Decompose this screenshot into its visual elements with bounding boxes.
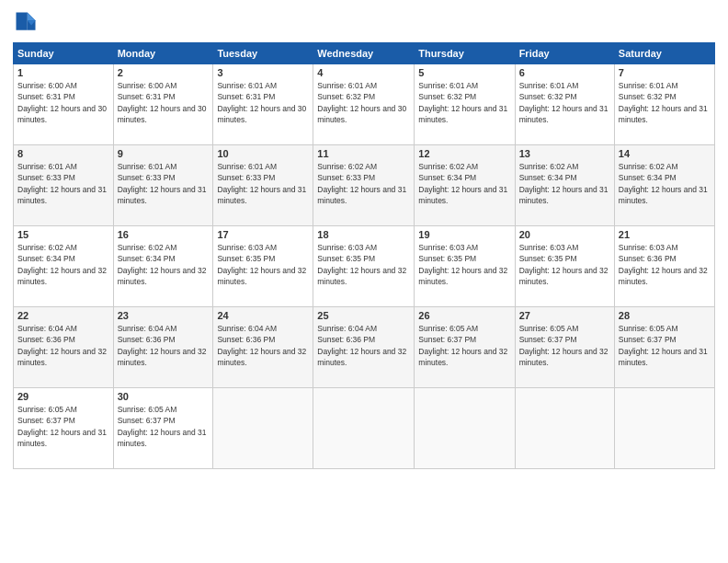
- table-row: 19 Sunrise: 6:03 AMSunset: 6:35 PMDaylig…: [415, 226, 515, 307]
- table-row: 7 Sunrise: 6:01 AMSunset: 6:32 PMDayligh…: [614, 64, 714, 145]
- day-info: Sunrise: 6:05 AMSunset: 6:37 PMDaylight:…: [17, 405, 107, 448]
- col-sunday: Sunday: [14, 43, 114, 64]
- logo: [13, 9, 42, 35]
- page-header: [13, 9, 715, 35]
- col-monday: Monday: [113, 43, 213, 64]
- svg-marker-1: [28, 13, 36, 21]
- day-info: Sunrise: 6:05 AMSunset: 6:37 PMDaylight:…: [519, 324, 609, 367]
- table-row: 13 Sunrise: 6:02 AMSunset: 6:34 PMDaylig…: [515, 145, 614, 226]
- table-row: 25 Sunrise: 6:04 AMSunset: 6:36 PMDaylig…: [313, 307, 415, 388]
- day-info: Sunrise: 6:00 AMSunset: 6:31 PMDaylight:…: [118, 81, 207, 124]
- day-info: Sunrise: 6:00 AMSunset: 6:31 PMDaylight:…: [17, 81, 107, 124]
- day-info: Sunrise: 6:03 AMSunset: 6:36 PMDaylight:…: [619, 243, 708, 286]
- table-row: 12 Sunrise: 6:02 AMSunset: 6:34 PMDaylig…: [415, 145, 515, 226]
- day-info: Sunrise: 6:01 AMSunset: 6:31 PMDaylight:…: [217, 81, 306, 124]
- day-info: Sunrise: 6:04 AMSunset: 6:36 PMDaylight:…: [317, 324, 406, 367]
- table-row: [313, 388, 415, 469]
- table-row: 9 Sunrise: 6:01 AMSunset: 6:33 PMDayligh…: [113, 145, 213, 226]
- day-number: 4: [317, 67, 410, 78]
- day-number: 17: [217, 229, 309, 240]
- day-number: 13: [519, 148, 610, 159]
- table-row: 27 Sunrise: 6:05 AMSunset: 6:37 PMDaylig…: [515, 307, 614, 388]
- day-info: Sunrise: 6:04 AMSunset: 6:36 PMDaylight:…: [17, 324, 107, 367]
- calendar-week-row: 15 Sunrise: 6:02 AMSunset: 6:34 PMDaylig…: [14, 226, 715, 307]
- svg-rect-2: [17, 13, 28, 30]
- day-info: Sunrise: 6:03 AMSunset: 6:35 PMDaylight:…: [317, 243, 406, 286]
- day-info: Sunrise: 6:01 AMSunset: 6:32 PMDaylight:…: [418, 81, 507, 124]
- day-info: Sunrise: 6:04 AMSunset: 6:36 PMDaylight:…: [118, 324, 207, 367]
- table-row: 6 Sunrise: 6:01 AMSunset: 6:32 PMDayligh…: [515, 64, 614, 145]
- table-row: 20 Sunrise: 6:03 AMSunset: 6:35 PMDaylig…: [515, 226, 614, 307]
- table-row: 5 Sunrise: 6:01 AMSunset: 6:32 PMDayligh…: [415, 64, 515, 145]
- day-number: 22: [17, 310, 109, 321]
- day-info: Sunrise: 6:02 AMSunset: 6:34 PMDaylight:…: [118, 243, 207, 286]
- table-row: 28 Sunrise: 6:05 AMSunset: 6:37 PMDaylig…: [614, 307, 714, 388]
- day-number: 7: [619, 67, 711, 78]
- day-info: Sunrise: 6:05 AMSunset: 6:37 PMDaylight:…: [418, 324, 507, 367]
- table-row: 17 Sunrise: 6:03 AMSunset: 6:35 PMDaylig…: [213, 226, 313, 307]
- day-info: Sunrise: 6:03 AMSunset: 6:35 PMDaylight:…: [519, 243, 609, 286]
- calendar-header-row: Sunday Monday Tuesday Wednesday Thursday…: [14, 43, 715, 64]
- day-number: 29: [17, 391, 109, 402]
- day-info: Sunrise: 6:01 AMSunset: 6:32 PMDaylight:…: [317, 81, 406, 124]
- day-info: Sunrise: 6:02 AMSunset: 6:34 PMDaylight:…: [17, 243, 107, 286]
- day-info: Sunrise: 6:03 AMSunset: 6:35 PMDaylight:…: [418, 243, 507, 286]
- day-number: 14: [619, 148, 711, 159]
- day-number: 27: [519, 310, 610, 321]
- day-number: 25: [317, 310, 410, 321]
- col-thursday: Thursday: [415, 43, 515, 64]
- calendar-week-row: 1 Sunrise: 6:00 AMSunset: 6:31 PMDayligh…: [14, 64, 715, 145]
- day-info: Sunrise: 6:01 AMSunset: 6:32 PMDaylight:…: [619, 81, 708, 124]
- day-number: 19: [418, 229, 510, 240]
- table-row: 26 Sunrise: 6:05 AMSunset: 6:37 PMDaylig…: [415, 307, 515, 388]
- day-number: 8: [17, 148, 109, 159]
- day-number: 2: [118, 67, 210, 78]
- col-wednesday: Wednesday: [313, 43, 415, 64]
- day-number: 20: [519, 229, 610, 240]
- table-row: 29 Sunrise: 6:05 AMSunset: 6:37 PMDaylig…: [14, 388, 114, 469]
- day-number: 28: [619, 310, 711, 321]
- day-info: Sunrise: 6:01 AMSunset: 6:33 PMDaylight:…: [118, 162, 207, 205]
- day-number: 16: [118, 229, 210, 240]
- day-number: 18: [317, 229, 410, 240]
- table-row: [213, 388, 313, 469]
- calendar-week-row: 22 Sunrise: 6:04 AMSunset: 6:36 PMDaylig…: [14, 307, 715, 388]
- table-row: [614, 388, 714, 469]
- table-row: 22 Sunrise: 6:04 AMSunset: 6:36 PMDaylig…: [14, 307, 114, 388]
- table-row: 23 Sunrise: 6:04 AMSunset: 6:36 PMDaylig…: [113, 307, 213, 388]
- col-friday: Friday: [515, 43, 614, 64]
- day-number: 26: [418, 310, 510, 321]
- col-saturday: Saturday: [614, 43, 714, 64]
- table-row: 30 Sunrise: 6:05 AMSunset: 6:37 PMDaylig…: [113, 388, 213, 469]
- calendar-week-row: 8 Sunrise: 6:01 AMSunset: 6:33 PMDayligh…: [14, 145, 715, 226]
- day-number: 30: [118, 391, 210, 402]
- day-info: Sunrise: 6:02 AMSunset: 6:34 PMDaylight:…: [519, 162, 609, 205]
- table-row: 11 Sunrise: 6:02 AMSunset: 6:33 PMDaylig…: [313, 145, 415, 226]
- day-number: 24: [217, 310, 309, 321]
- col-tuesday: Tuesday: [213, 43, 313, 64]
- table-row: 21 Sunrise: 6:03 AMSunset: 6:36 PMDaylig…: [614, 226, 714, 307]
- day-number: 23: [118, 310, 210, 321]
- day-number: 9: [118, 148, 210, 159]
- table-row: 16 Sunrise: 6:02 AMSunset: 6:34 PMDaylig…: [113, 226, 213, 307]
- table-row: 15 Sunrise: 6:02 AMSunset: 6:34 PMDaylig…: [14, 226, 114, 307]
- day-info: Sunrise: 6:01 AMSunset: 6:33 PMDaylight:…: [17, 162, 107, 205]
- table-row: 8 Sunrise: 6:01 AMSunset: 6:33 PMDayligh…: [14, 145, 114, 226]
- table-row: 4 Sunrise: 6:01 AMSunset: 6:32 PMDayligh…: [313, 64, 415, 145]
- table-row: 2 Sunrise: 6:00 AMSunset: 6:31 PMDayligh…: [113, 64, 213, 145]
- day-number: 12: [418, 148, 510, 159]
- table-row: [515, 388, 614, 469]
- table-row: [415, 388, 515, 469]
- day-info: Sunrise: 6:01 AMSunset: 6:32 PMDaylight:…: [519, 81, 609, 124]
- day-number: 1: [17, 67, 109, 78]
- table-row: 1 Sunrise: 6:00 AMSunset: 6:31 PMDayligh…: [14, 64, 114, 145]
- table-row: 3 Sunrise: 6:01 AMSunset: 6:31 PMDayligh…: [213, 64, 313, 145]
- table-row: 10 Sunrise: 6:01 AMSunset: 6:33 PMDaylig…: [213, 145, 313, 226]
- day-number: 21: [619, 229, 711, 240]
- day-info: Sunrise: 6:02 AMSunset: 6:34 PMDaylight:…: [619, 162, 708, 205]
- table-row: 18 Sunrise: 6:03 AMSunset: 6:35 PMDaylig…: [313, 226, 415, 307]
- calendar-table: Sunday Monday Tuesday Wednesday Thursday…: [13, 42, 715, 469]
- day-number: 10: [217, 148, 309, 159]
- day-info: Sunrise: 6:02 AMSunset: 6:33 PMDaylight:…: [317, 162, 406, 205]
- day-info: Sunrise: 6:01 AMSunset: 6:33 PMDaylight:…: [217, 162, 306, 205]
